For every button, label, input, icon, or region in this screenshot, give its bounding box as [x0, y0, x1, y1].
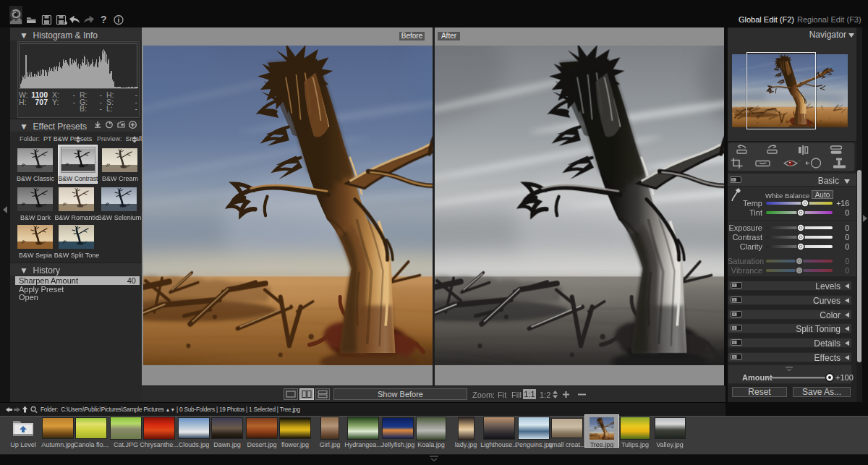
svg-text:i: i: [118, 17, 120, 24]
svg-text:?: ?: [101, 14, 107, 25]
